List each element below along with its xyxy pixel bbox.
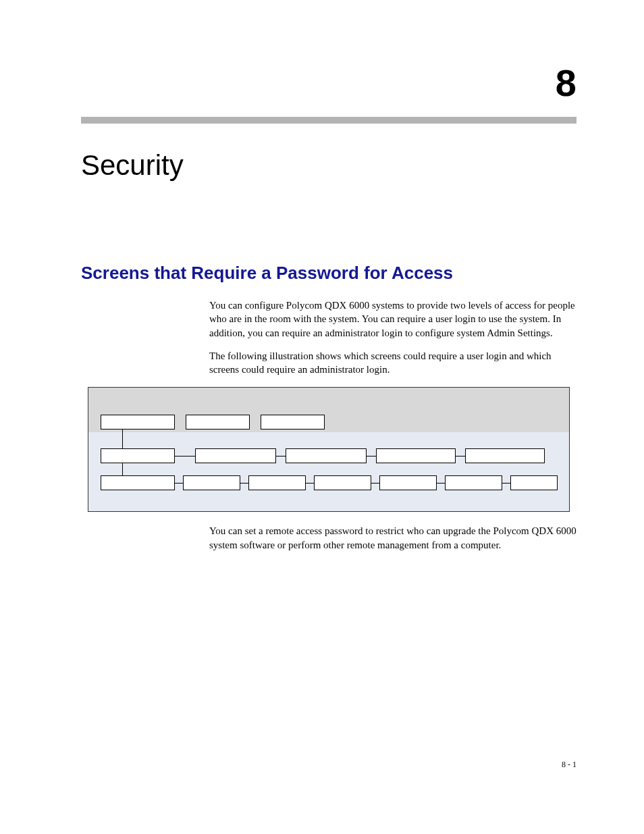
diagram-box: [261, 415, 325, 429]
diagram-connector: [502, 483, 510, 484]
diagram-box: [445, 475, 502, 490]
diagram-box: [195, 448, 276, 463]
diagram-connector: [175, 456, 195, 457]
diagram-box: [101, 415, 175, 429]
diagram-box: [248, 475, 306, 490]
diagram-box: [101, 475, 175, 490]
section-title: Screens that Require a Password for Acce…: [81, 263, 576, 284]
paragraph-1: You can configure Polycom QDX 6000 syste…: [209, 298, 576, 340]
diagram-box: [510, 475, 558, 490]
diagram-connector: [367, 456, 376, 457]
diagram-frame: [88, 387, 570, 512]
diagram-box: [465, 448, 545, 463]
chapter-title: Security: [81, 149, 576, 182]
diagram-box: [314, 475, 371, 490]
diagram-connector: [240, 483, 248, 484]
diagram-box: [379, 475, 437, 490]
diagram-row-1: [88, 413, 569, 431]
diagram-box: [286, 448, 367, 463]
paragraph-2: The following illustration shows which s…: [209, 349, 576, 377]
diagram-connector: [437, 483, 445, 484]
diagram-connector: [371, 483, 379, 484]
diagram-connector: [306, 483, 314, 484]
diagram-row-3: [88, 474, 569, 492]
horizontal-rule: [81, 117, 576, 124]
diagram-row-2: [88, 447, 569, 465]
page-number: 8 - 1: [562, 760, 576, 770]
diagram-box: [186, 415, 250, 429]
diagram-connector: [276, 456, 286, 457]
chapter-number: 8: [81, 61, 576, 105]
access-diagram: [88, 387, 570, 512]
diagram-box: [101, 448, 175, 463]
diagram-connector: [456, 456, 465, 457]
paragraph-3: You can set a remote access password to …: [209, 524, 576, 552]
diagram-connector: [175, 483, 183, 484]
diagram-box: [183, 475, 240, 490]
diagram-box: [376, 448, 456, 463]
